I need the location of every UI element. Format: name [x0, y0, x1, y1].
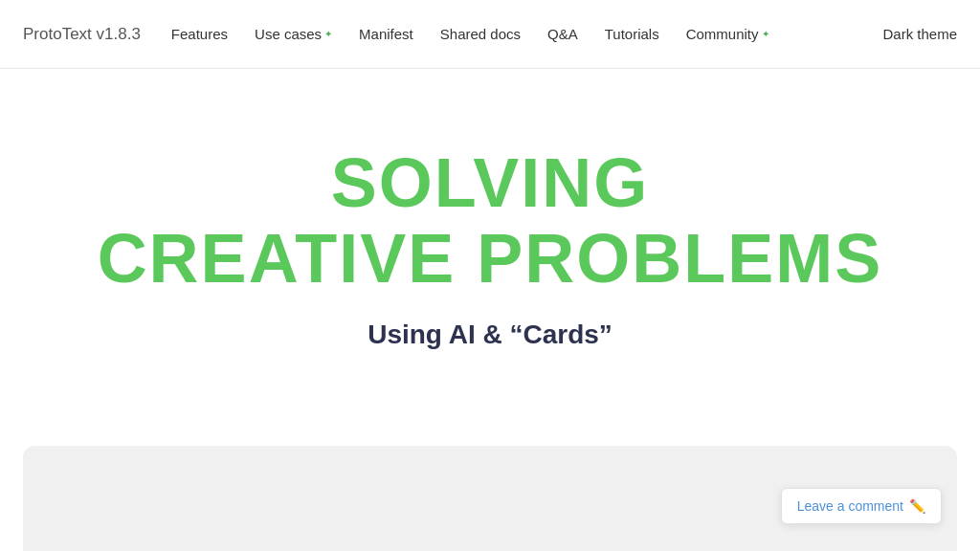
dark-theme-button[interactable]: Dark theme — [882, 26, 957, 42]
hero-line1: SOLVING — [98, 145, 883, 221]
use-cases-dropdown-icon: ✦ — [324, 29, 332, 39]
navbar: ProtoText v1.8.3 Features Use cases ✦ Ma… — [0, 0, 980, 69]
community-dropdown-icon: ✦ — [762, 29, 769, 39]
brand-logo[interactable]: ProtoText v1.8.3 — [23, 25, 141, 44]
nav-right: Dark theme — [882, 26, 957, 43]
leave-comment-label: Leave a comment — [797, 498, 903, 514]
nav-manifest[interactable]: Manifest — [359, 26, 413, 42]
brand-version: v1.8.3 — [92, 25, 141, 43]
hero-subtitle: Using AI & “Cards” — [368, 320, 612, 350]
hero-line2: CREATIVE PROBLEMS — [98, 221, 883, 297]
leave-comment-button[interactable]: Leave a comment ✏️ — [781, 488, 942, 524]
brand-name: ProtoText — [23, 25, 92, 43]
main-content: SOLVING CREATIVE PROBLEMS Using AI & “Ca… — [0, 69, 980, 551]
nav-features[interactable]: Features — [171, 26, 228, 42]
pencil-icon: ✏️ — [909, 498, 925, 514]
nav-qa[interactable]: Q&A — [547, 26, 578, 42]
nav-use-cases[interactable]: Use cases ✦ — [255, 26, 332, 42]
nav-shared-docs[interactable]: Shared docs — [440, 26, 521, 42]
nav-links: Features Use cases ✦ Manifest Shared doc… — [171, 26, 883, 42]
nav-tutorials[interactable]: Tutorials — [605, 26, 659, 42]
nav-community[interactable]: Community ✦ — [686, 26, 769, 42]
hero-title: SOLVING CREATIVE PROBLEMS — [98, 145, 883, 297]
